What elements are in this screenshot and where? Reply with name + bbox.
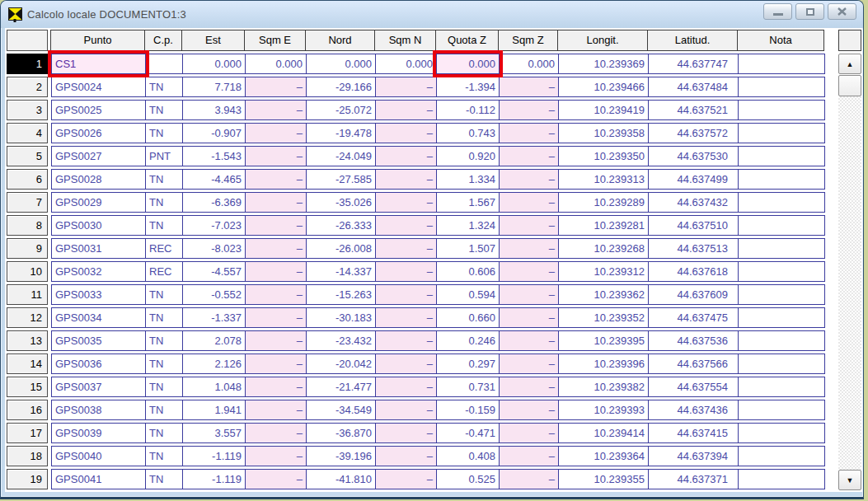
- cell-latitud[interactable]: 44.637572: [648, 123, 739, 143]
- cell-est[interactable]: -8.023: [182, 238, 246, 259]
- cell-nota[interactable]: [738, 238, 825, 259]
- cell-sqm-e[interactable]: –: [245, 377, 307, 397]
- cell-sqm-n[interactable]: –: [375, 330, 437, 351]
- column-header-cp[interactable]: C.p.: [144, 30, 182, 51]
- cell-sqm-n[interactable]: –: [375, 377, 437, 397]
- cell-sqm-e[interactable]: –: [245, 423, 307, 443]
- cell-sqm-e[interactable]: –: [245, 77, 307, 97]
- row-header[interactable]: 6: [7, 169, 48, 190]
- row-header[interactable]: 8: [7, 215, 48, 236]
- cell-latitud[interactable]: 44.637530: [648, 146, 739, 166]
- cell-quota-z[interactable]: 1.324: [436, 215, 500, 236]
- cell-sqm-e[interactable]: –: [245, 330, 307, 351]
- column-header-longit[interactable]: Longit.: [557, 30, 648, 51]
- cell-nord[interactable]: -34.549: [306, 400, 376, 420]
- cell-quota-z[interactable]: -0.112: [436, 100, 500, 120]
- cell-est[interactable]: 1.941: [182, 400, 246, 420]
- cell-cp[interactable]: TN: [145, 377, 183, 397]
- cell-longit[interactable]: 10.239382: [558, 377, 649, 397]
- cell-punto[interactable]: GPS0026: [51, 123, 146, 143]
- cell-longit[interactable]: 10.239364: [558, 446, 649, 466]
- cell-sqm-e[interactable]: –: [245, 169, 307, 190]
- cell-sqm-e[interactable]: –: [245, 192, 307, 213]
- cell-sqm-e[interactable]: –: [245, 446, 307, 466]
- column-header-est[interactable]: Est: [181, 30, 245, 51]
- cell-quota-z[interactable]: 0.920: [436, 146, 500, 166]
- cell-longit[interactable]: 10.239312: [558, 261, 649, 282]
- cell-quota-z-highlighted[interactable]: 0.000: [436, 54, 500, 74]
- row-header[interactable]: 1: [7, 54, 48, 74]
- cell-punto[interactable]: GPS0032: [51, 261, 146, 282]
- cell-cp[interactable]: TN: [145, 100, 183, 120]
- cell-est[interactable]: -6.369: [182, 192, 246, 213]
- row-header[interactable]: 19: [7, 469, 48, 489]
- cell-cp[interactable]: TN: [145, 123, 183, 143]
- cell-cp[interactable]: TN: [145, 354, 183, 374]
- cell-sqm-n[interactable]: –: [375, 192, 437, 213]
- cell-longit[interactable]: 10.239350: [558, 146, 649, 166]
- cell-quota-z[interactable]: 0.525: [436, 469, 500, 489]
- row-header[interactable]: 17: [7, 423, 48, 443]
- cell-quota-z[interactable]: 0.606: [436, 261, 500, 282]
- cell-nord[interactable]: -26.333: [306, 215, 376, 236]
- column-header-latitud[interactable]: Latitud.: [647, 30, 738, 51]
- cell-punto[interactable]: GPS0039: [51, 423, 146, 443]
- cell-est[interactable]: -1.119: [182, 469, 246, 489]
- cell-longit[interactable]: 10.239393: [558, 400, 649, 420]
- cell-est[interactable]: 7.718: [182, 77, 246, 97]
- column-header-sqm-z[interactable]: Sqm Z: [498, 30, 558, 51]
- cell-latitud[interactable]: 44.637513: [648, 238, 739, 259]
- cell-sqm-z[interactable]: –: [499, 261, 559, 282]
- cell-punto[interactable]: GPS0037: [51, 377, 146, 397]
- cell-sqm-z[interactable]: –: [499, 238, 559, 259]
- cell-nord[interactable]: -21.477: [306, 377, 376, 397]
- cell-punto[interactable]: GPS0040: [51, 446, 146, 466]
- cell-latitud[interactable]: 44.637432: [648, 192, 739, 213]
- cell-quota-z[interactable]: 0.246: [436, 330, 500, 351]
- cell-sqm-n[interactable]: –: [375, 123, 437, 143]
- cell-latitud[interactable]: 44.637747: [648, 54, 739, 74]
- row-header[interactable]: 3: [7, 100, 48, 120]
- close-button[interactable]: [828, 3, 856, 20]
- cell-sqm-z[interactable]: –: [499, 100, 559, 120]
- cell-sqm-e[interactable]: –: [245, 100, 307, 120]
- cell-quota-z[interactable]: 1.334: [436, 169, 500, 190]
- cell-sqm-z[interactable]: –: [499, 307, 559, 328]
- cell-latitud[interactable]: 44.637521: [648, 100, 739, 120]
- cell-latitud[interactable]: 44.637499: [648, 169, 739, 190]
- cell-sqm-z[interactable]: –: [499, 192, 559, 213]
- cell-nord[interactable]: -15.263: [306, 284, 376, 305]
- cell-nord[interactable]: -29.166: [306, 77, 376, 97]
- cell-nota[interactable]: [738, 77, 825, 97]
- cell-est[interactable]: 2.126: [182, 354, 246, 374]
- row-header[interactable]: 5: [7, 146, 48, 166]
- cell-cp[interactable]: TN: [145, 169, 183, 190]
- cell-sqm-e[interactable]: –: [245, 354, 307, 374]
- cell-quota-z[interactable]: -0.159: [436, 400, 500, 420]
- cell-nord[interactable]: -41.810: [306, 469, 376, 489]
- cell-punto[interactable]: GPS0035: [51, 330, 146, 351]
- cell-latitud[interactable]: 44.637510: [648, 215, 739, 236]
- cell-latitud[interactable]: 44.637415: [648, 423, 739, 443]
- cell-est[interactable]: 0.000: [182, 54, 246, 74]
- cell-nota[interactable]: [738, 215, 825, 236]
- cell-sqm-e[interactable]: –: [245, 284, 307, 305]
- cell-sqm-z[interactable]: –: [499, 215, 559, 236]
- cell-nota[interactable]: [738, 307, 825, 328]
- cell-punto[interactable]: GPS0034: [51, 307, 146, 328]
- cell-quota-z[interactable]: -1.394: [436, 77, 500, 97]
- cell-cp[interactable]: TN: [145, 330, 183, 351]
- cell-nota[interactable]: [738, 423, 825, 443]
- row-header[interactable]: 11: [7, 284, 48, 305]
- cell-nord[interactable]: -30.183: [306, 307, 376, 328]
- scroll-down-button[interactable]: ▼: [838, 470, 861, 490]
- cell-nord[interactable]: -14.337: [306, 261, 376, 282]
- cell-punto[interactable]: GPS0025: [51, 100, 146, 120]
- cell-sqm-e[interactable]: –: [245, 146, 307, 166]
- cell-est[interactable]: -1.337: [182, 307, 246, 328]
- cell-sqm-z[interactable]: –: [499, 330, 559, 351]
- cell-quota-z[interactable]: 0.408: [436, 446, 500, 466]
- cell-sqm-z[interactable]: –: [499, 377, 559, 397]
- cell-sqm-e[interactable]: –: [245, 215, 307, 236]
- scrollbar-thumb[interactable]: [838, 75, 861, 96]
